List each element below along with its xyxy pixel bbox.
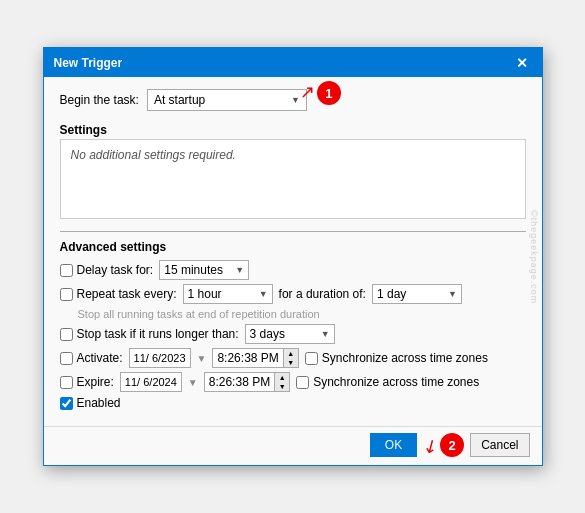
dialog-body: Begin the task: At startup ▼ ↙ 1 Setting… bbox=[44, 77, 542, 426]
repeat-task-value: 1 hour bbox=[188, 287, 222, 301]
expire-checkbox[interactable] bbox=[60, 376, 73, 389]
activate-time-up[interactable]: ▲ bbox=[284, 349, 298, 358]
expire-time-spinner[interactable]: 8:26:38 PM ▲ ▼ bbox=[204, 372, 290, 392]
cancel-button[interactable]: Cancel bbox=[470, 433, 529, 457]
annotation-circle-1: 1 bbox=[317, 81, 341, 105]
delay-task-dropdown[interactable]: 15 minutes ▼ bbox=[159, 260, 249, 280]
enabled-checkbox[interactable] bbox=[60, 397, 73, 410]
repeat-dropdown-arrow: ▼ bbox=[259, 289, 268, 299]
for-duration-label: for a duration of: bbox=[279, 287, 366, 301]
stop-task-row: Stop task if it runs longer than: 3 days… bbox=[60, 324, 526, 344]
annotation-circle-2: 2 bbox=[440, 433, 464, 457]
new-trigger-dialog: New Trigger ✕ Begin the task: At startup… bbox=[43, 47, 543, 466]
settings-box: No additional settings required. bbox=[60, 139, 526, 219]
repeat-task-checkbox[interactable] bbox=[60, 288, 73, 301]
expire-date-dropdown-arrow: ▼ bbox=[188, 377, 198, 388]
close-button[interactable]: ✕ bbox=[512, 53, 532, 73]
ok-button[interactable]: OK bbox=[370, 433, 417, 457]
begin-task-value: At startup bbox=[154, 93, 205, 107]
activate-checkbox[interactable] bbox=[60, 352, 73, 365]
watermark: ©thegeekpage.com bbox=[529, 209, 539, 303]
dropdown-arrow-icon: ▼ bbox=[291, 95, 300, 105]
stop-running-label: Stop all running tasks at end of repetit… bbox=[78, 308, 320, 320]
no-settings-text: No additional settings required. bbox=[71, 148, 236, 162]
activate-time-spinner[interactable]: 8:26:38 PM ▲ ▼ bbox=[212, 348, 298, 368]
activate-sync-label[interactable]: Synchronize across time zones bbox=[305, 351, 488, 365]
activate-time-spinner-buttons: ▲ ▼ bbox=[284, 349, 298, 367]
expire-time-spinner-buttons: ▲ ▼ bbox=[275, 373, 289, 391]
activate-date[interactable]: 11/ 6/2023 bbox=[129, 348, 191, 368]
stop-task-value: 3 days bbox=[250, 327, 285, 341]
delay-task-row: Delay task for: 15 minutes ▼ bbox=[60, 260, 526, 280]
expire-time-up[interactable]: ▲ bbox=[275, 373, 289, 382]
duration-dropdown-arrow: ▼ bbox=[448, 289, 457, 299]
duration-value: 1 day bbox=[377, 287, 406, 301]
expire-label[interactable]: Expire: bbox=[60, 375, 114, 389]
expire-date[interactable]: 11/ 6/2024 bbox=[120, 372, 182, 392]
expire-sync-checkbox[interactable] bbox=[296, 376, 309, 389]
title-bar: New Trigger ✕ bbox=[44, 49, 542, 77]
repeat-task-row: Repeat task every: 1 hour ▼ for a durati… bbox=[60, 284, 526, 304]
expire-sync-label[interactable]: Synchronize across time zones bbox=[296, 375, 479, 389]
delay-task-label[interactable]: Delay task for: bbox=[60, 263, 154, 277]
activate-time-value: 8:26:38 PM bbox=[213, 349, 283, 367]
expire-time-down[interactable]: ▼ bbox=[275, 382, 289, 391]
advanced-settings-section: Advanced settings Delay task for: 15 min… bbox=[60, 231, 526, 414]
begin-task-row: Begin the task: At startup ▼ ↙ 1 bbox=[60, 89, 526, 111]
stop-task-dropdown[interactable]: 3 days ▼ bbox=[245, 324, 335, 344]
delay-dropdown-arrow: ▼ bbox=[235, 265, 244, 275]
stop-task-dropdown-arrow: ▼ bbox=[321, 329, 330, 339]
stop-task-label[interactable]: Stop task if it runs longer than: bbox=[60, 327, 239, 341]
dialog-title: New Trigger bbox=[54, 56, 123, 70]
delay-task-checkbox[interactable] bbox=[60, 264, 73, 277]
dialog-footer: OK ↙ 2 Cancel bbox=[44, 426, 542, 465]
footer-annotation: OK ↙ 2 bbox=[370, 433, 464, 457]
enabled-label[interactable]: Enabled bbox=[60, 396, 121, 410]
activate-time-down[interactable]: ▼ bbox=[284, 358, 298, 367]
stop-task-checkbox[interactable] bbox=[60, 328, 73, 341]
annotation-2-container: ↙ 2 bbox=[423, 433, 464, 457]
begin-task-dropdown[interactable]: At startup ▼ bbox=[147, 89, 307, 111]
settings-label: Settings bbox=[60, 123, 526, 137]
repeat-task-label[interactable]: Repeat task every: bbox=[60, 287, 177, 301]
activate-row: Activate: 11/ 6/2023 ▼ 8:26:38 PM ▲ ▼ Sy… bbox=[60, 348, 526, 368]
annotation-1: ↙ 1 bbox=[300, 81, 341, 105]
activate-sync-checkbox[interactable] bbox=[305, 352, 318, 365]
begin-task-label: Begin the task: bbox=[60, 93, 139, 107]
duration-dropdown[interactable]: 1 day ▼ bbox=[372, 284, 462, 304]
activate-label[interactable]: Activate: bbox=[60, 351, 123, 365]
begin-dropdown-container: At startup ▼ ↙ 1 bbox=[147, 89, 307, 111]
activate-date-dropdown-arrow: ▼ bbox=[197, 353, 207, 364]
settings-section: Settings No additional settings required… bbox=[60, 123, 526, 223]
repeat-task-dropdown[interactable]: 1 hour ▼ bbox=[183, 284, 273, 304]
stop-running-row: Stop all running tasks at end of repetit… bbox=[60, 308, 526, 320]
advanced-settings-label: Advanced settings bbox=[60, 240, 526, 254]
enabled-row: Enabled bbox=[60, 396, 526, 410]
expire-time-value: 8:26:38 PM bbox=[205, 373, 275, 391]
delay-task-value: 15 minutes bbox=[164, 263, 223, 277]
expire-row: Expire: 11/ 6/2024 ▼ 8:26:38 PM ▲ ▼ Sync… bbox=[60, 372, 526, 392]
